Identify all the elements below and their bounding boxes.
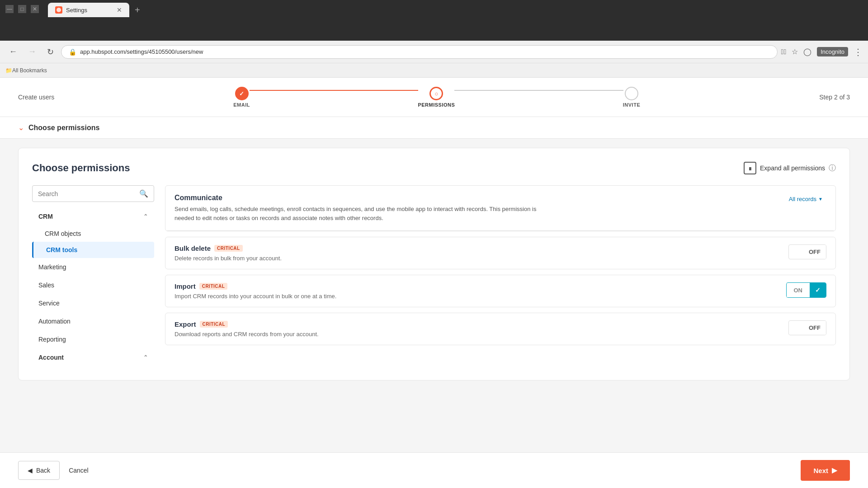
maximize-button[interactable]: □ [18,5,26,13]
export-container: Export CRITICAL Download reports and CRM… [165,313,835,345]
import-badge: CRITICAL [199,283,228,290]
permissions-header: Choose permissions ∎ Expand all permissi… [32,162,836,174]
lock-icon: 🔒 [69,48,76,56]
reporting-label: Reporting [38,336,66,343]
communicate-header: Communicate Send emails, log calls, sche… [165,186,835,231]
search-icon: 🔍 [139,189,148,198]
import-title: Import CRITICAL [175,282,777,290]
bulk-delete-title: Bulk delete CRITICAL [175,244,779,252]
sidebar-item-crm-objects[interactable]: CRM objects [32,225,154,242]
next-button[interactable]: Next ▶ [801,460,850,481]
menu-icon[interactable]: ⋮ [854,47,863,57]
export-left: Export CRITICAL Download reports and CRM… [175,320,779,338]
nav-actions: 👁⃒ ☆ ◯ Incognito ⋮ [781,47,863,57]
export-on-label: OFF [803,321,826,335]
chevron-up-icon[interactable]: ⌄ [18,123,24,132]
import-desc: Import CRM records into your account in … [175,293,777,300]
cancel-button[interactable]: Cancel [69,467,89,474]
export-title: Export CRITICAL [175,320,779,328]
star-icon[interactable]: ☆ [792,47,798,56]
expand-all-icon: ∎ [744,162,756,174]
window-controls: — □ ✕ [5,5,39,13]
step-invite: INVITE [623,87,640,108]
bulk-delete-on-label: OFF [803,245,826,259]
new-tab-button[interactable]: + [131,3,144,17]
url-text: app.hubspot.com/settings/45105500/users/… [80,48,770,55]
sidebar-item-sales[interactable]: Sales [32,276,154,294]
permissions-sidebar: 🔍 CRM ⌃ CRM objects CRM tools Marketing [32,185,154,366]
next-arrow-icon: ▶ [832,466,837,474]
search-box[interactable]: 🔍 [32,185,154,202]
bulk-delete-toggle[interactable]: OFF [788,244,826,259]
bookmarks-folder-icon: 📁 [5,67,12,74]
profile-icon: Incognito [817,47,848,56]
sidebar-item-marketing[interactable]: Marketing [32,258,154,276]
sidebar-item-service[interactable]: Service [32,294,154,312]
all-records-button[interactable]: All records ▼ [785,194,826,204]
step-2-label: PERMISSIONS [418,102,455,108]
tab-close-button[interactable]: ✕ [117,6,122,14]
breadcrumb-bar: ⌄ Choose permissions [0,117,868,139]
import-label: Import [175,282,196,290]
back-arrow-icon: ◀ [28,467,33,474]
sidebar-item-reporting[interactable]: Reporting [32,330,154,348]
breadcrumb-text: Choose permissions [28,124,99,132]
address-bar[interactable]: 🔒 app.hubspot.com/settings/45105500/user… [61,45,778,59]
step-header: Create users ✓ EMAIL ○ PERMISSIONS INVIT… [0,78,868,117]
checkmark-icon: ✓ [815,286,821,294]
export-badge: CRITICAL [200,321,228,328]
communicate-desc: Send emails, log calls, schedule meeting… [175,205,545,222]
bulk-delete-section: Bulk delete CRITICAL Delete records in b… [165,237,836,269]
permissions-content: Communicate Send emails, log calls, sche… [165,185,836,366]
crm-label: CRM [38,213,53,220]
step-line-2 [454,90,623,91]
step-2-circle: ○ [429,87,443,100]
step-indicator: ✓ EMAIL ○ PERMISSIONS INVITE [233,87,640,108]
crm-subitems: CRM objects CRM tools [32,225,154,258]
bookmarks-bar: 📁 All Bookmarks [0,63,868,78]
close-button[interactable]: ✕ [31,5,39,13]
svg-point-0 [57,8,61,12]
permissions-title: Choose permissions [32,162,130,174]
export-off-part [789,324,803,332]
reload-button[interactable]: ↻ [43,45,57,59]
bulk-delete-container: Bulk delete CRITICAL Delete records in b… [165,237,835,269]
sidebar-item-crm[interactable]: CRM ⌃ [32,207,154,225]
bookmarks-label[interactable]: All Bookmarks [12,67,47,74]
sidebar-item-automation[interactable]: Automation [32,312,154,330]
minimize-button[interactable]: — [5,5,14,13]
service-label: Service [38,300,60,307]
next-label: Next [813,467,828,474]
account-label: Account [38,354,64,361]
settings-tab[interactable]: Settings ✕ [48,3,129,17]
all-records-chevron-icon: ▼ [818,197,823,202]
step-permissions: ○ PERMISSIONS [418,87,455,108]
automation-label: Automation [38,318,71,325]
sidebar-item-crm-tools[interactable]: CRM tools [32,242,154,258]
export-toggle[interactable]: OFF [788,320,826,335]
import-off-part: ON [787,283,810,297]
app-container: Create users ✓ EMAIL ○ PERMISSIONS INVIT… [0,78,868,488]
search-input[interactable] [38,190,136,197]
chevron-down-icon: ⌃ [143,213,148,220]
expand-all-button[interactable]: ∎ Expand all permissions ⓘ [744,162,836,174]
content-wrapper: ⌄ Choose permissions Choose permissions … [0,117,868,452]
communicate-left: Communicate Send emails, log calls, sche… [175,194,545,222]
step-email: ✓ EMAIL [233,87,250,108]
account-chevron-icon: ⌃ [143,354,148,361]
info-icon[interactable]: ⓘ [829,164,836,173]
hubspot-icon [55,6,62,14]
back-button[interactable]: ◀ Back [18,461,60,480]
import-toggle[interactable]: ON ✓ [786,282,827,298]
permissions-body: 🔍 CRM ⌃ CRM objects CRM tools Marketing [32,185,836,366]
sidebar-icon[interactable]: ◯ [803,47,811,56]
forward-nav-button[interactable]: → [24,45,40,58]
back-nav-button[interactable]: ← [5,45,21,58]
marketing-label: Marketing [38,263,66,271]
bottom-bar: ◀ Back Cancel Next ▶ [0,452,868,488]
import-on-part: ✓ [810,283,826,297]
communicate-section: Communicate Send emails, log calls, sche… [165,185,836,231]
sidebar-item-account[interactable]: Account ⌃ [32,348,154,366]
bulk-delete-desc: Delete records in bulk from your account… [175,255,779,262]
export-desc: Download reports and CRM records from yo… [175,331,779,338]
